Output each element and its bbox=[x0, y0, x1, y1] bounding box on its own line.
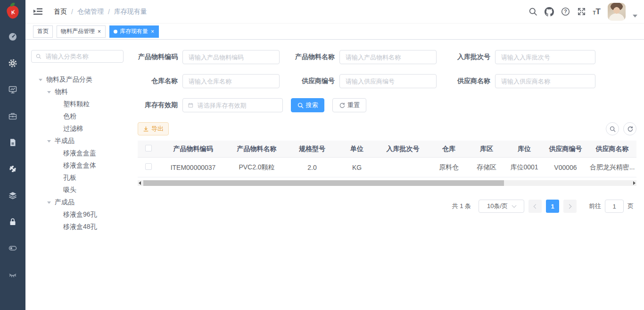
tab-inventory-onhand[interactable]: 库存现有量 × bbox=[109, 25, 159, 38]
scroll-right-arrow-icon[interactable] bbox=[633, 181, 636, 185]
tree-item-label: 塑料颗粒 bbox=[63, 100, 90, 109]
sidebar-item-document[interactable] bbox=[0, 129, 25, 156]
sidebar-collapse-button[interactable] bbox=[33, 7, 42, 16]
prev-page-button[interactable] bbox=[528, 200, 542, 213]
fullscreen-icon bbox=[577, 7, 586, 16]
search-button[interactable]: 搜索 bbox=[291, 98, 324, 112]
tree-item[interactable]: 移液盒48孔 bbox=[31, 221, 131, 233]
filter-input-name[interactable] bbox=[345, 53, 431, 61]
close-icon[interactable]: × bbox=[97, 29, 101, 34]
sidebar-item-lock[interactable] bbox=[0, 209, 25, 235]
scrollbar-thumb[interactable] bbox=[143, 180, 504, 186]
sidebar-item-settings[interactable] bbox=[0, 50, 25, 76]
sidebar-item-layers[interactable] bbox=[0, 182, 25, 209]
table-toolbar: 导出 bbox=[138, 122, 636, 135]
column-header[interactable]: 入库批次号 bbox=[376, 145, 430, 153]
work-area: 产品物料编码 产品物料名称 入库批次号 仓库名称 供应商编号 供应商名称 库 bbox=[131, 50, 636, 310]
tree-search-input[interactable] bbox=[45, 52, 119, 60]
filter-input-expiry-date[interactable] bbox=[197, 101, 278, 109]
table-row[interactable]: ITEM00000037 PVC2.0颗粒 2.0 KG 原料仓 存储区 库位0… bbox=[138, 158, 636, 177]
page-unit-label: 页 bbox=[627, 202, 634, 210]
pagination-total: 共 1 条 bbox=[452, 202, 471, 210]
github-link[interactable] bbox=[545, 7, 554, 17]
tree-item[interactable]: 移液盒96孔 bbox=[31, 209, 131, 221]
tabs-bar: 首页 物料产品管理 × 库存现有量 × bbox=[25, 24, 644, 40]
row-select-cell bbox=[138, 163, 159, 171]
tab-home[interactable]: 首页 bbox=[33, 25, 53, 38]
tab-material-product[interactable]: 物料产品管理 × bbox=[57, 25, 106, 38]
help-button[interactable]: ? bbox=[561, 7, 570, 16]
scroll-left-arrow-icon[interactable] bbox=[139, 181, 141, 185]
sidebar-item-toggle[interactable] bbox=[0, 235, 25, 261]
current-page-button[interactable]: 1 bbox=[546, 200, 559, 213]
filter-input-code[interactable] bbox=[188, 53, 274, 61]
filter-input-batch[interactable] bbox=[500, 53, 590, 61]
strawberry-logo-icon: K bbox=[6, 4, 20, 19]
tree-item[interactable]: 移液盒盒盖 bbox=[31, 147, 131, 159]
tree-item[interactable]: 吸头 bbox=[31, 184, 131, 196]
app-root: K bbox=[0, 0, 644, 310]
filter-input-supplier-name[interactable] bbox=[500, 77, 590, 85]
app-logo[interactable]: K bbox=[0, 0, 25, 24]
column-header[interactable]: 仓库 bbox=[430, 145, 468, 153]
reset-button[interactable]: 重置 bbox=[332, 98, 366, 112]
sidebar-item-briefcase[interactable] bbox=[0, 103, 25, 129]
horizontal-scrollbar[interactable] bbox=[138, 180, 636, 186]
select-all-checkbox[interactable] bbox=[145, 145, 152, 151]
caret-down-icon[interactable] bbox=[633, 15, 637, 17]
layers-icon bbox=[8, 191, 17, 200]
export-button[interactable]: 导出 bbox=[138, 122, 169, 135]
document-icon bbox=[8, 138, 17, 147]
column-header[interactable]: 库区 bbox=[468, 145, 505, 153]
column-header[interactable]: 供应商编号 bbox=[543, 145, 588, 153]
breadcrumb-home[interactable]: 首页 bbox=[54, 8, 67, 16]
sidebar-item-dashboard[interactable] bbox=[0, 24, 25, 50]
column-header[interactable]: 库位 bbox=[505, 145, 543, 153]
tree-item[interactable]: 塑料颗粒 bbox=[31, 98, 131, 110]
sidebar-item-monitor[interactable] bbox=[0, 76, 25, 103]
tree-item-material[interactable]: 物料 bbox=[31, 86, 131, 98]
tree-item-finished[interactable]: 产成品 bbox=[31, 196, 131, 209]
goto-label: 前往 bbox=[589, 202, 601, 210]
header-search-button[interactable] bbox=[528, 7, 537, 16]
next-page-button[interactable] bbox=[563, 200, 577, 213]
tree-item[interactable]: 色粉 bbox=[31, 110, 131, 123]
select-all-cell bbox=[138, 145, 159, 153]
refresh-table-button[interactable] bbox=[623, 122, 636, 135]
toggle-search-button[interactable] bbox=[606, 122, 619, 135]
download-icon bbox=[143, 126, 149, 132]
column-header[interactable]: 供应商名称 bbox=[588, 145, 636, 153]
column-header[interactable]: 产品物料编码 bbox=[159, 145, 227, 153]
tree-item[interactable]: 移液盒盒体 bbox=[31, 159, 131, 172]
filter-input-supplier-code[interactable] bbox=[345, 77, 431, 85]
column-header[interactable]: 规格型号 bbox=[286, 145, 338, 153]
tree-item-semifinished[interactable]: 半成品 bbox=[31, 135, 131, 147]
sidebar-item-eye-rest[interactable] bbox=[0, 261, 25, 288]
page-size-select[interactable]: 10条/页 bbox=[479, 200, 524, 213]
navbar-actions: ? TT bbox=[528, 3, 638, 21]
pagination: 共 1 条 10条/页 1 前往 页 bbox=[138, 200, 636, 213]
category-tree: 物料及产品分类 物料 塑料颗粒 色粉 过滤棉 半成品 移液盒盒盖 移液盒盒体 孔… bbox=[31, 74, 131, 233]
user-avatar[interactable] bbox=[608, 3, 626, 21]
cell-slot: 库位0001 bbox=[505, 163, 543, 172]
tree-item-root[interactable]: 物料及产品分类 bbox=[31, 74, 131, 86]
row-checkbox[interactable] bbox=[145, 163, 152, 170]
tree-item[interactable]: 过滤棉 bbox=[31, 123, 131, 135]
cell-spec: 2.0 bbox=[286, 164, 338, 171]
inventory-table: 产品物料编码 产品物料名称 规格型号 单位 入库批次号 仓库 库区 库位 供应商… bbox=[138, 141, 636, 177]
cell-supplier-code: V00006 bbox=[543, 164, 588, 171]
tree-item[interactable]: 孔板 bbox=[31, 172, 131, 184]
column-header[interactable]: 单位 bbox=[338, 145, 376, 153]
filter-input-warehouse[interactable] bbox=[188, 77, 274, 85]
fullscreen-button[interactable] bbox=[577, 7, 586, 16]
github-icon bbox=[545, 7, 554, 17]
column-header[interactable]: 产品物料名称 bbox=[227, 145, 286, 153]
goto-page-input[interactable] bbox=[605, 200, 624, 213]
filter-field-supplier-code bbox=[339, 74, 437, 88]
filter-row-3: 库存有效期 搜索 重置 bbox=[131, 98, 636, 112]
search-icon bbox=[528, 7, 537, 16]
toggle-icon bbox=[8, 243, 17, 253]
close-icon[interactable]: × bbox=[150, 29, 155, 34]
sidebar-item-puzzle[interactable] bbox=[0, 156, 25, 182]
font-size-button[interactable]: TT bbox=[593, 8, 601, 16]
